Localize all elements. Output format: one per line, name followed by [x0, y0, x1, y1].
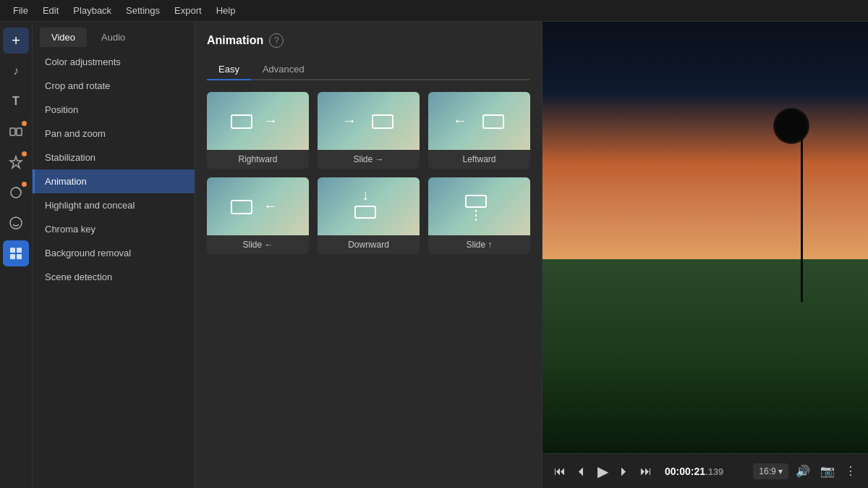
svg-rect-5: [10, 248, 15, 253]
preview-area: ⏮ ⏴ ▶ ⏵ ⏭ 00:00:21.139 16:9 ▾ 🔊 📷 ⋮: [542, 22, 868, 488]
anim-label-slide-right: Slide →: [318, 150, 420, 169]
play-btn[interactable]: ▶: [595, 460, 611, 483]
animation-help-icon[interactable]: ?: [269, 33, 284, 48]
anim-card-downward[interactable]: ↓ Downward: [318, 177, 420, 254]
prev-frame-btn[interactable]: ⏴: [573, 462, 590, 481]
tab-video[interactable]: Video: [40, 28, 87, 47]
menu-item-chroma[interactable]: Chroma key: [33, 217, 195, 241]
menu-item-pan[interactable]: Pan and zoom: [33, 122, 195, 146]
menu-item-stabilization[interactable]: Stabilization: [33, 146, 195, 169]
anim-label-rightward: Rightward: [207, 150, 309, 169]
filters-icon[interactable]: [3, 180, 29, 206]
screenshot-btn[interactable]: 📷: [817, 461, 838, 481]
menu-item-crop[interactable]: Crop and rotate: [33, 74, 195, 98]
anim-card-slide-left[interactable]: ← Slide ←: [207, 177, 309, 254]
svg-rect-9: [231, 115, 252, 128]
menu-item-color[interactable]: Color adjustments: [33, 50, 195, 74]
preview-video: [542, 22, 868, 453]
menu-item-animation[interactable]: Animation: [33, 169, 195, 193]
svg-rect-14: [483, 115, 503, 128]
aspect-ratio-btn[interactable]: 16:9 ▾: [753, 463, 788, 479]
svg-rect-15: [231, 201, 252, 214]
svg-rect-1: [17, 128, 22, 135]
music-icon[interactable]: ♪: [3, 58, 29, 84]
menu-export[interactable]: Export: [167, 5, 209, 16]
anim-label-slide-up: Slide ↑: [428, 235, 530, 254]
svg-rect-7: [10, 254, 15, 259]
more-options-btn[interactable]: ⋮: [842, 461, 859, 481]
skip-end-btn[interactable]: ⏭: [637, 462, 655, 481]
tab-audio[interactable]: Audio: [90, 28, 137, 47]
menu-item-position[interactable]: Position: [33, 98, 195, 122]
svg-rect-8: [17, 254, 22, 259]
anim-card-slide-right[interactable]: → Slide →: [318, 92, 420, 169]
anim-tab-easy[interactable]: Easy: [207, 59, 251, 80]
svg-marker-2: [10, 156, 22, 168]
svg-rect-18: [355, 206, 375, 218]
svg-rect-0: [10, 128, 15, 135]
svg-rect-6: [17, 248, 22, 253]
menu-file[interactable]: File: [6, 5, 35, 16]
anim-tab-advanced[interactable]: Advanced: [251, 59, 316, 80]
animation-tabs: Easy Advanced: [207, 59, 530, 80]
preview-controls: ⏮ ⏴ ▶ ⏵ ⏭ 00:00:21.139 16:9 ▾ 🔊 📷 ⋮: [542, 453, 868, 488]
svg-point-4: [10, 217, 22, 229]
add-icon[interactable]: +: [3, 28, 29, 54]
svg-text:→: →: [342, 112, 357, 128]
svg-text:←: ←: [263, 198, 278, 214]
svg-text:↓: ↓: [362, 188, 369, 203]
panel-tabs: Video Audio: [33, 22, 195, 47]
next-frame-btn[interactable]: ⏵: [616, 462, 633, 481]
animation-panel: Animation ? Easy Advanced → Rightward → …: [195, 22, 542, 488]
time-display: 00:00:21.139: [665, 466, 723, 477]
skip-start-btn[interactable]: ⏮: [551, 462, 569, 481]
svg-text:←: ←: [453, 112, 467, 128]
effects-icon[interactable]: [3, 149, 29, 175]
menu-item-scene[interactable]: Scene detection: [33, 265, 195, 289]
svg-rect-19: [466, 195, 486, 207]
svg-rect-12: [373, 115, 393, 128]
time-ms: .139: [705, 466, 723, 477]
text-icon[interactable]: T: [3, 88, 29, 114]
properties-panel: Video Audio Color adjustments Crop and r…: [33, 22, 195, 488]
menu-playback[interactable]: Playback: [66, 5, 119, 16]
menu-help[interactable]: Help: [209, 5, 243, 16]
transition-icon[interactable]: [3, 119, 29, 145]
menu-bar: File Edit Playback Settings Export Help: [0, 0, 868, 22]
menu-settings[interactable]: Settings: [119, 5, 167, 16]
anim-label-downward: Downward: [318, 235, 420, 254]
volume-btn[interactable]: 🔊: [793, 461, 813, 481]
tools-icon[interactable]: [3, 240, 29, 266]
panel-menu: Color adjustments Crop and rotate Positi…: [33, 47, 195, 488]
animation-grid: → Rightward → Slide → ← Leftward: [207, 92, 530, 254]
menu-item-bg-removal[interactable]: Background removal: [33, 241, 195, 265]
menu-item-highlight[interactable]: Highlight and conceal: [33, 193, 195, 217]
anim-card-slide-up[interactable]: Slide ↑: [428, 177, 530, 254]
animation-header: Animation ?: [207, 33, 530, 48]
svg-text:→: →: [263, 112, 278, 128]
sidebar: + ♪ T: [0, 22, 33, 488]
anim-card-leftward[interactable]: ← Leftward: [428, 92, 530, 169]
stickers-icon[interactable]: [3, 210, 29, 236]
anim-label-leftward: Leftward: [428, 150, 530, 169]
anim-label-slide-left: Slide ←: [207, 235, 309, 254]
animation-title: Animation: [207, 34, 263, 47]
menu-edit[interactable]: Edit: [35, 5, 66, 16]
anim-card-rightward[interactable]: → Rightward: [207, 92, 309, 169]
